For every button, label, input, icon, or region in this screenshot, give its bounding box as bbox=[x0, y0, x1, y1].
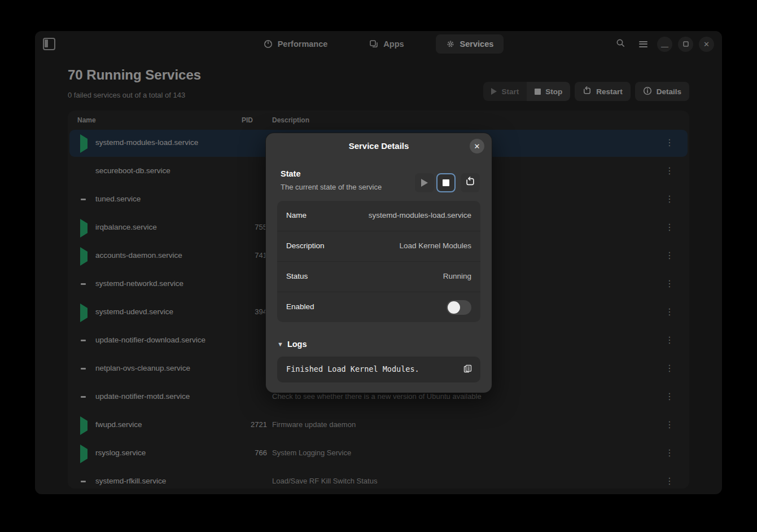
logs-expander[interactable]: ▼ Logs bbox=[277, 340, 307, 349]
copy-log-button[interactable] bbox=[461, 363, 474, 376]
service-details-dialog: Service Details ✕ State The current stat… bbox=[266, 133, 492, 393]
stop-icon bbox=[443, 179, 449, 186]
logs-title: Logs bbox=[287, 340, 307, 349]
copy-icon bbox=[463, 364, 472, 375]
dialog-restart-button[interactable] bbox=[461, 173, 480, 192]
field-row-status: Status Running bbox=[277, 262, 480, 292]
log-entry-box: Finished Load Kernel Modules. bbox=[277, 357, 480, 382]
close-icon: ✕ bbox=[474, 142, 480, 151]
state-section-title: State bbox=[281, 169, 300, 178]
state-buttons bbox=[415, 173, 480, 192]
restart-icon bbox=[465, 177, 475, 189]
field-value: Load Kernel Modules bbox=[399, 241, 471, 250]
field-value: Running bbox=[443, 272, 471, 280]
field-value: systemd-modules-load.service bbox=[369, 211, 471, 219]
desktop-background: Performance Apps Services bbox=[0, 0, 757, 532]
dialog-close-button[interactable]: ✕ bbox=[470, 139, 484, 153]
field-row-description: Description Load Kernel Modules bbox=[277, 231, 480, 262]
field-row-name: Name systemd-modules-load.service bbox=[277, 201, 480, 231]
dialog-stop-button[interactable] bbox=[436, 173, 456, 192]
service-fields-list: Name systemd-modules-load.service Descri… bbox=[277, 201, 480, 322]
enabled-toggle[interactable] bbox=[447, 300, 471, 315]
toggle-knob bbox=[448, 301, 460, 314]
log-entry-text: Finished Load Kernel Modules. bbox=[286, 364, 419, 373]
chevron-down-icon: ▼ bbox=[277, 341, 283, 348]
field-label: Name bbox=[286, 211, 307, 219]
play-icon bbox=[421, 179, 428, 187]
field-row-enabled: Enabled bbox=[277, 292, 480, 322]
dialog-title: Service Details bbox=[266, 141, 492, 151]
state-section-subtitle: The current state of the service bbox=[281, 183, 382, 191]
field-label: Status bbox=[286, 272, 308, 280]
field-label: Description bbox=[286, 241, 325, 250]
field-label: Enabled bbox=[286, 302, 314, 311]
dialog-start-button[interactable] bbox=[415, 173, 434, 192]
